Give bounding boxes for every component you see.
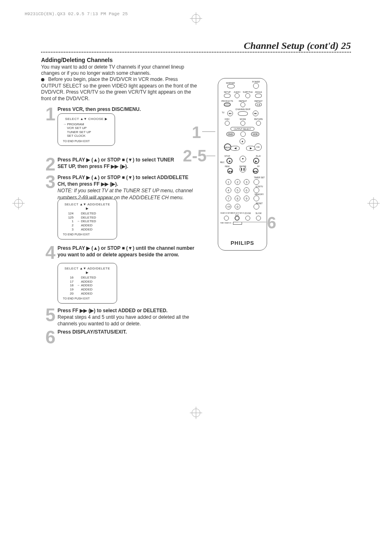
label-repeat2: REPEAT <box>252 100 265 102</box>
step-number-1: 1 <box>39 104 55 124</box>
crop-mark-bottom <box>190 407 202 419</box>
osd-4-row-3: 19ADDED <box>63 288 112 292</box>
label-outputselect: OUTPUT SELECT <box>231 127 254 131</box>
time-search-box <box>233 222 242 225</box>
audio-button <box>235 93 240 98</box>
timerset-button <box>254 179 259 185</box>
callout-2-5-line <box>206 156 215 156</box>
label-angle: ANGLE <box>252 91 265 93</box>
osd-1-line-0: → PROGRAM <box>63 122 110 127</box>
step-3-text: Press PLAY ▶ (▲) or STOP ■ (▼) to select… <box>58 174 197 201</box>
remote-body: MARKER POWER SETUP AUDIO SUBTITLE ANGLE … <box>218 78 267 251</box>
print-header: H9231CD(EN).QX3 02.9.5 7:13 PM Page 25 <box>25 12 128 16</box>
section-heading: Adding/Deleting Channels <box>41 57 113 63</box>
nav-up-button: ▲ <box>240 138 245 144</box>
label-vcrtv: VCR/TV <box>253 185 265 188</box>
step-6-bold: Press DISPLAY/STATUS/EXIT. <box>58 329 127 335</box>
plus10-button: +10 <box>226 204 231 210</box>
step-2-text: Press PLAY ▶ (▲) or STOP ■ (▼) to select… <box>58 157 185 170</box>
step-number-6: 6 <box>39 327 55 348</box>
ff-button: ▶▶ <box>253 168 258 174</box>
osd-1-foot: TO END PUSH EXIT <box>63 140 110 143</box>
callout-6: 6 <box>267 214 276 232</box>
select-button <box>238 111 248 116</box>
step-6-text: Press DISPLAY/STATUS/EXIT. <box>58 329 197 335</box>
num-2: 2 <box>235 179 240 185</box>
intro-text: You may want to add or delete TV channel… <box>41 64 197 76</box>
label-play: PLAY <box>252 155 265 157</box>
setup-button <box>224 94 231 98</box>
dvd-button: DVD <box>226 132 235 136</box>
vcr-button: VCR <box>251 132 259 136</box>
osd-4-row-0: 16DELETED <box>63 276 112 280</box>
output-center-button <box>240 131 246 137</box>
bullet-note: Before you begin, place the DVD/VCR in V… <box>41 76 197 102</box>
display-exit-button <box>235 216 240 221</box>
disc-button <box>225 121 230 126</box>
stop-button: ■ <box>226 158 233 164</box>
step-number-5: 5 <box>39 305 55 325</box>
num-8: 8 <box>235 196 240 201</box>
step-5-rest: Repeat steps 4 and 5 until you have adde… <box>58 314 189 327</box>
label-timerset: TIMER SET <box>253 176 265 179</box>
osd-4-row-1: 17ADDED <box>63 280 112 284</box>
num-3: 3 <box>244 179 249 185</box>
osd-1-line-3: SET CLOCK <box>63 134 110 138</box>
step-5-text: Press FF ▶▶ (▶) to select ADDED or DELET… <box>58 307 197 327</box>
reset-button <box>254 204 259 210</box>
osd-1-line-2: TUNER SET UP <box>63 130 110 134</box>
dotted-rule <box>41 52 351 53</box>
crop-mark-right <box>367 197 380 210</box>
num-1: 1 <box>226 179 231 185</box>
skip-next-button: ⏭ <box>253 111 258 116</box>
label-mode: MODE <box>237 118 249 120</box>
label-return: RETURN <box>252 118 265 120</box>
pause-button: ❚❚ <box>240 166 246 173</box>
rew-button: ◀◀ <box>227 168 233 174</box>
num-7: 7 <box>226 196 231 201</box>
mode-button <box>240 121 245 126</box>
return-button <box>256 121 261 126</box>
step-5-bold: Press FF ▶▶ (▶) to select ADDED or DELET… <box>58 308 168 313</box>
osd-4-row-2: 18→ADDED <box>63 283 112 288</box>
osd-3-row-3: 2ADDED <box>63 223 112 228</box>
num-4: 4 <box>226 187 231 193</box>
num-9: 9 <box>244 196 249 201</box>
products-button <box>224 103 231 106</box>
osd-4-row-4: 20ADDED <box>63 292 112 296</box>
subtitle-button <box>245 93 250 98</box>
osd-3-foot: TO END PUSH EXIT <box>63 233 112 236</box>
nav-down-button: ▼ <box>240 156 246 162</box>
play-button: ▶ <box>253 158 259 164</box>
crop-mark-left <box>12 197 25 210</box>
bullet-dot-icon <box>41 78 44 81</box>
osd-3-row-1: 125DELETED <box>63 216 112 220</box>
label-timesearch: TIME SEARCH <box>219 222 232 224</box>
bullet-text: Before you begin, place the DVD/VCR in V… <box>41 76 197 101</box>
brand-logo: PHILIPS <box>218 240 267 246</box>
ok-button: OK <box>254 143 262 151</box>
step-1-bold: Press VCR, then press DISC/MENU. <box>58 106 141 112</box>
label-memory: MEMORY <box>253 193 265 196</box>
osd-3-row-0: 124DELETED <box>63 212 112 216</box>
power-button <box>253 83 259 89</box>
osd-3-row-2: 1→DELETED <box>63 219 112 223</box>
crop-mark-top <box>190 12 202 25</box>
skip-prev-button: ⏮ <box>227 111 233 116</box>
osd-4-foot: TO END PUSH EXIT <box>63 297 112 300</box>
page-title: Channel Setup (cont'd) 25 <box>244 40 351 51</box>
label-slow: SLOW <box>252 212 265 214</box>
label-ff: FF <box>252 165 265 168</box>
zoom-button <box>245 216 250 221</box>
remote-diagram: MARKER POWER SETUP AUDIO SUBTITLE ANGLE … <box>212 78 273 259</box>
step-2-bold: Press PLAY ▶ (▲) or STOP ■ (▼) to select… <box>58 157 174 169</box>
label-rew: REW <box>221 165 233 168</box>
callout-1-line <box>202 131 215 132</box>
osd-box-1: SELECT ▲▼ CHOOSE ▶ → PROGRAM VCR SET UP … <box>58 113 115 146</box>
label-channelskip: CHANNEL/SKIP <box>235 108 251 111</box>
ab-button: A-B <box>255 103 262 106</box>
num-5: 5 <box>235 187 240 193</box>
osd-1-line-1: VCR SET UP <box>63 126 110 130</box>
label-products: PRODUCTS <box>221 100 233 102</box>
step-4-bold: Press PLAY ▶ (▲) or STOP ■ (▼) until the… <box>58 245 194 258</box>
